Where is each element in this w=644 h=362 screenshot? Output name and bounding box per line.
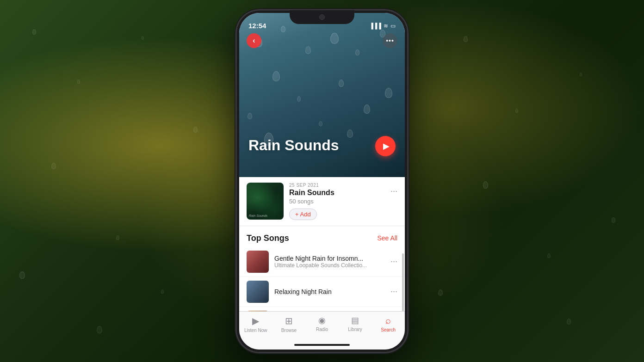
nav-search[interactable]: ⌕ Search — [372, 315, 405, 332]
hero-section: ‹ ••• Rain Sounds ▶ — [239, 13, 405, 179]
nav-radio[interactable]: ◉ Radio — [305, 315, 339, 332]
song-1-subtitle: Ultimate Loopable Sounds Collectio... — [274, 262, 385, 269]
album-more-button[interactable]: ··· — [390, 186, 397, 196]
more-options-button[interactable]: ••• — [383, 33, 397, 48]
album-details: 25 SEP 2021 Rain Sounds 50 songs + Add — [289, 183, 397, 220]
status-icons: ▐▐▐ ≋ ▭ — [369, 23, 396, 29]
nav-browse-label: Browse — [281, 328, 297, 333]
nav-library[interactable]: ▤ Library — [339, 315, 372, 332]
nav-search-label: Search — [381, 327, 396, 332]
nav-listen-now[interactable]: ▶ Listen Now — [239, 315, 272, 333]
song-2-info: Relaxing Night Rain — [274, 288, 385, 295]
song-2-more-button[interactable]: ··· — [390, 287, 397, 296]
back-chevron-icon: ‹ — [253, 37, 255, 45]
wifi-icon: ≋ — [384, 23, 388, 29]
top-songs-title: Top Songs — [247, 233, 289, 243]
nav-browse[interactable]: ⊞ Browse — [272, 315, 306, 333]
nav-radio-label: Radio — [316, 327, 328, 332]
listen-now-icon: ▶ — [252, 315, 259, 326]
back-button[interactable]: ‹ — [247, 33, 261, 48]
library-icon: ▤ — [351, 315, 359, 325]
search-icon: ⌕ — [385, 315, 391, 326]
front-camera — [319, 14, 325, 20]
content-area: Rain Sounds 25 SEP 2021 Rain Sounds 50 s… — [239, 177, 405, 311]
album-song-count: 50 songs — [289, 198, 397, 205]
album-info-section: Rain Sounds 25 SEP 2021 Rain Sounds 50 s… — [239, 177, 405, 226]
song-1-more-button[interactable]: ··· — [390, 257, 397, 266]
add-label: Add — [300, 211, 311, 218]
top-songs-header: Top Songs See All — [239, 226, 405, 247]
phone-device: 12:54 ▐▐▐ ≋ ▭ — [236, 10, 408, 352]
song-row-1: Gentle Night Rain for Insomn... Ultimate… — [239, 247, 405, 277]
status-time: 12:54 — [248, 22, 266, 30]
nav-listen-now-label: Listen Now — [244, 328, 267, 333]
song-2-thumbnail — [247, 281, 269, 303]
play-icon: ▶ — [383, 141, 390, 151]
add-to-library-button[interactable]: + Add — [289, 209, 317, 220]
album-thumbnail: Rain Sounds — [247, 183, 284, 220]
scrollbar — [402, 253, 404, 311]
browse-icon: ⊞ — [285, 315, 293, 326]
home-indicator — [294, 344, 350, 346]
album-art-label: Rain Sounds — [249, 214, 267, 217]
hero-play-button[interactable]: ▶ — [375, 136, 396, 156]
song-2-title: Relaxing Night Rain — [274, 288, 385, 295]
signal-icon: ▐▐▐ — [369, 23, 381, 29]
song-1-thumbnail — [247, 251, 269, 273]
battery-icon: ▭ — [390, 23, 396, 29]
song-1-title: Gentle Night Rain for Insomn... — [274, 255, 385, 262]
more-dots-icon: ••• — [386, 37, 394, 44]
nav-library-label: Library — [348, 327, 362, 332]
album-date: 25 SEP 2021 — [289, 183, 397, 188]
phone-frame: 12:54 ▐▐▐ ≋ ▭ — [236, 10, 408, 352]
see-all-button[interactable]: See All — [377, 234, 397, 242]
screen: 12:54 ▐▐▐ ≋ ▭ — [239, 13, 405, 350]
notch — [290, 10, 354, 24]
album-name: Rain Sounds — [289, 189, 397, 197]
song-row-3: Can't Help Falling In L... ▶ ⏭ — [239, 307, 405, 311]
song-1-info: Gentle Night Rain for Insomn... Ultimate… — [274, 255, 385, 269]
song-row-2: Relaxing Night Rain ··· — [239, 277, 405, 307]
hero-playlist-title: Rain Sounds — [248, 137, 339, 154]
plus-icon: + — [295, 211, 299, 218]
radio-icon: ◉ — [318, 315, 326, 325]
